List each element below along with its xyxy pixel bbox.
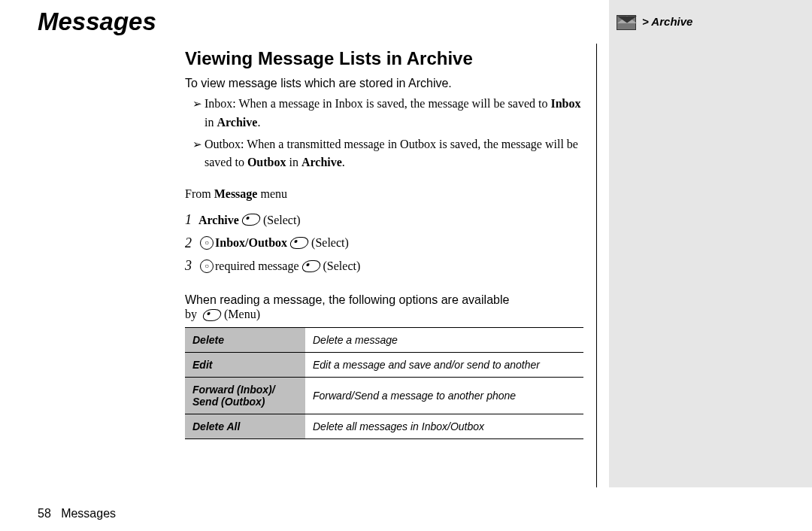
- nav-key-icon: ○: [200, 259, 214, 273]
- page-number: 58: [38, 507, 51, 520]
- select-key-icon: [201, 309, 223, 321]
- step: 3 ○ required message (Select): [185, 254, 587, 278]
- page-footer: 58 Messages: [38, 507, 116, 520]
- table-row: Edit Edit a message and save and/or send…: [185, 353, 583, 378]
- side-panel: > Archive: [609, 0, 812, 487]
- option-desc: Delete a message: [305, 328, 583, 353]
- footer-section: Messages: [61, 507, 116, 520]
- options-intro: When reading a message, the following op…: [185, 293, 587, 322]
- step-action: (Select): [311, 232, 349, 253]
- nav-key-icon: ○: [200, 236, 214, 250]
- options-table: Delete Delete a message Edit Edit a mess…: [185, 327, 583, 439]
- steps-list: 1 Archive (Select) 2 ○ Inbox/Outbox (Sel…: [185, 208, 587, 278]
- main-content: Viewing Message Lists in Archive To view…: [185, 48, 587, 439]
- step: 1 Archive (Select): [185, 208, 587, 232]
- table-row: Delete Delete a message: [185, 328, 583, 353]
- page-header-title: Messages: [38, 8, 156, 36]
- bullet-text: Outbox: When a transmitted message in Ou…: [205, 135, 587, 173]
- envelope-icon: [617, 15, 636, 30]
- step-label: Archive: [198, 210, 239, 230]
- step-number: 1: [185, 208, 198, 232]
- option-desc: Edit a message and save and/or send to a…: [305, 353, 583, 378]
- breadcrumb: > Archive: [642, 15, 692, 28]
- from-line: From Message menu: [185, 187, 587, 201]
- option-label: Forward (Inbox)/ Send (Outbox): [185, 378, 305, 414]
- table-row: Delete All Delete all messages in Inbox/…: [185, 414, 583, 439]
- select-key-icon: [300, 260, 321, 272]
- step-action: (Select): [263, 210, 301, 230]
- divider: [596, 44, 597, 487]
- step-number: 3: [185, 254, 198, 278]
- option-desc: Forward/Send a message to another phone: [305, 378, 583, 414]
- list-item: ➢ Inbox: When a message in Inbox is save…: [185, 95, 587, 132]
- section-title: Viewing Message Lists in Archive: [185, 48, 587, 69]
- step: 2 ○ Inbox/Outbox (Select): [185, 232, 587, 255]
- step-number: 2: [185, 232, 198, 255]
- bullet-icon: ➢: [192, 135, 205, 153]
- step-action: (Select): [323, 256, 361, 276]
- bullet-list: ➢ Inbox: When a message in Inbox is save…: [185, 95, 587, 172]
- select-key-icon: [289, 237, 310, 249]
- option-label: Delete All: [185, 414, 305, 439]
- list-item: ➢ Outbox: When a transmitted message in …: [185, 135, 587, 173]
- option-label: Delete: [185, 328, 305, 353]
- bullet-icon: ➢: [192, 95, 205, 113]
- intro-text: To view message lists which are stored i…: [185, 77, 587, 90]
- option-label: Edit: [185, 353, 305, 378]
- bullet-text: Inbox: When a message in Inbox is saved,…: [205, 95, 587, 132]
- select-key-icon: [241, 214, 262, 226]
- step-plain: required message: [215, 256, 299, 276]
- step-label: Inbox/Outbox: [215, 232, 287, 253]
- table-row: Forward (Inbox)/ Send (Outbox) Forward/S…: [185, 378, 583, 414]
- option-desc: Delete all messages in Inbox/Outbox: [305, 414, 583, 439]
